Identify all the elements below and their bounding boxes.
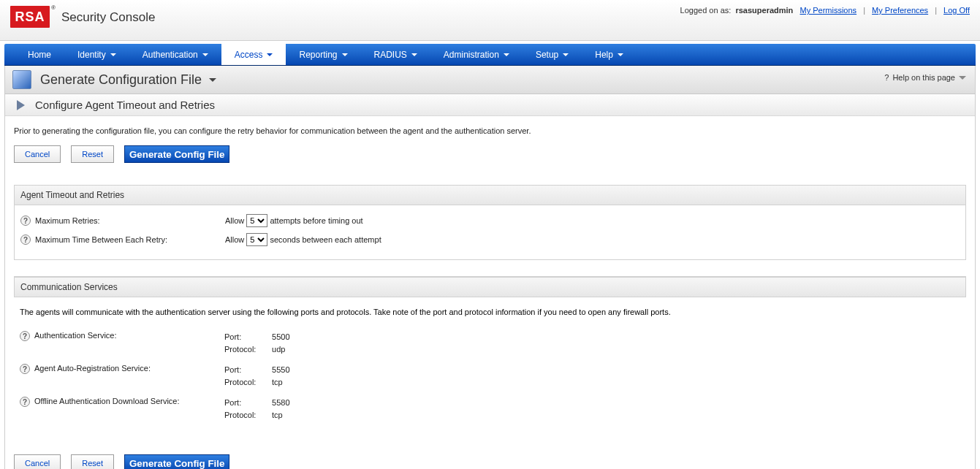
service-label: Offline Authentication Download Service: <box>34 397 224 405</box>
cancel-button[interactable]: Cancel <box>14 145 61 163</box>
service-label: Authentication Service: <box>34 331 224 340</box>
nav-item-administration[interactable]: Administration <box>430 44 523 65</box>
help-icon[interactable]: ? <box>20 397 30 407</box>
max-retries-value: Allow 5 attempts before timing out <box>225 214 363 227</box>
nav-item-radius[interactable]: RADIUS <box>361 44 430 65</box>
help-icon[interactable]: ? <box>20 216 31 226</box>
app-header: RSA ® Security Console Logged on as: rsa… <box>0 0 980 41</box>
service-value: Port: 5580Protocol: tcp <box>224 397 290 421</box>
help-icon[interactable]: ? <box>20 234 31 245</box>
service-row: ?Offline Authentication Download Service… <box>20 392 960 425</box>
max-retries-select[interactable]: 5 <box>246 214 267 227</box>
nav-item-label: Identity <box>77 50 106 60</box>
chevron-down-icon <box>202 53 208 56</box>
suffix-text: attempts before timing out <box>270 216 362 225</box>
chevron-down-icon <box>110 53 116 56</box>
logged-on-username: rsasuperadmin <box>735 6 793 15</box>
link-my-permissions[interactable]: My Permissions <box>799 6 856 15</box>
nav-item-access[interactable]: Access <box>221 44 286 65</box>
nav-item-label: Help <box>595 50 613 60</box>
max-retries-row: ? Maximum Retries: Allow 5 attempts befo… <box>20 211 960 230</box>
communication-intro: The agents will communicate with the aut… <box>20 308 960 316</box>
help-icon[interactable]: ? <box>20 331 30 341</box>
page-title-text: Generate Configuration File <box>40 72 202 88</box>
chevron-down-icon <box>504 53 509 56</box>
max-time-row: ? Maximum Time Between Each Retry: Allow… <box>20 230 960 249</box>
main-panel: Generate Configuration File ? Help on th… <box>4 66 976 469</box>
max-retries-label: Maximum Retries: <box>35 216 225 225</box>
link-my-preferences[interactable]: My Preferences <box>872 6 928 15</box>
chevron-down-icon <box>563 53 569 56</box>
nav-item-label: Setup <box>536 50 558 60</box>
nav-item-label: Administration <box>444 50 499 60</box>
help-icon: ? <box>884 73 889 82</box>
registered-mark: ® <box>51 4 56 11</box>
nav-item-label: RADIUS <box>374 50 407 60</box>
agent-timeout-section: Agent Timeout and Retries ? Maximum Retr… <box>14 185 966 260</box>
nav-item-home[interactable]: Home <box>15 44 64 65</box>
cancel-button[interactable]: Cancel <box>14 454 61 469</box>
communication-services-body: The agents will communicate with the aut… <box>14 297 966 435</box>
nav-item-setup[interactable]: Setup <box>523 44 582 65</box>
page-subtitle-bar: Configure Agent Timeout and Retries <box>5 94 975 116</box>
prefix-text: Allow <box>225 216 244 225</box>
reset-button[interactable]: Reset <box>71 145 114 163</box>
logo-badge: RSA <box>10 6 50 28</box>
agent-timeout-heading: Agent Timeout and Retries <box>15 186 965 205</box>
communication-services-section: Communication Services The agents will c… <box>14 276 966 435</box>
service-label: Agent Auto-Registration Service: <box>34 364 224 373</box>
help-on-this-page[interactable]: ? Help on this page <box>884 73 966 82</box>
button-row-bottom: Cancel Reset Generate Config File <box>14 454 966 469</box>
nav-item-label: Reporting <box>299 50 337 60</box>
max-time-select[interactable]: 5 <box>246 233 267 246</box>
reset-button[interactable]: Reset <box>71 454 114 469</box>
suffix-text: seconds between each attempt <box>270 235 381 244</box>
logged-on-prefix: Logged on as: <box>680 6 732 15</box>
nav-item-reporting[interactable]: Reporting <box>286 44 360 65</box>
chevron-down-icon <box>411 53 417 56</box>
chevron-down-icon <box>209 78 216 82</box>
nav-item-authentication[interactable]: Authentication <box>129 44 221 65</box>
max-time-value: Allow 5 seconds between each attempt <box>225 233 381 246</box>
separator: | <box>863 6 865 15</box>
separator: | <box>935 6 937 15</box>
product-title: Security Console <box>61 10 156 25</box>
communication-services-heading: Communication Services <box>14 277 966 297</box>
page-title[interactable]: Generate Configuration File <box>40 72 216 88</box>
page-subtitle: Configure Agent Timeout and Retries <box>35 99 215 111</box>
main-nav: HomeIdentityAuthenticationAccessReportin… <box>4 44 976 66</box>
header-user-area: Logged on as: rsasuperadmin My Permissio… <box>680 6 970 15</box>
service-value: Port: 5500Protocol: udp <box>224 331 290 355</box>
nav-item-label: Home <box>28 50 51 60</box>
agent-timeout-body: ? Maximum Retries: Allow 5 attempts befo… <box>15 205 965 259</box>
page-content: Prior to generating the configuration fi… <box>5 116 975 469</box>
service-row: ?Agent Auto-Registration Service:Port: 5… <box>20 359 960 392</box>
nav-item-label: Access <box>235 50 263 60</box>
intro-text: Prior to generating the configuration fi… <box>14 126 966 135</box>
chevron-down-icon <box>342 53 348 56</box>
service-row: ?Authentication Service:Port: 5500Protoc… <box>20 327 960 359</box>
link-log-off[interactable]: Log Off <box>943 6 970 15</box>
generate-config-file-button[interactable]: Generate Config File <box>124 145 229 163</box>
nav-item-help[interactable]: Help <box>582 44 637 65</box>
app-logo: RSA ® Security Console <box>10 6 155 28</box>
generate-config-file-button[interactable]: Generate Config File <box>124 454 229 469</box>
arrow-right-icon <box>17 100 25 110</box>
server-icon <box>12 70 31 89</box>
chevron-down-icon <box>959 76 966 80</box>
nav-item-label: Authentication <box>143 50 198 60</box>
page-title-bar: Generate Configuration File ? Help on th… <box>5 66 975 94</box>
service-value: Port: 5550Protocol: tcp <box>224 364 290 388</box>
help-text: Help on this page <box>892 73 955 82</box>
nav-item-identity[interactable]: Identity <box>64 44 129 65</box>
help-icon[interactable]: ? <box>20 364 30 374</box>
max-time-label: Maximum Time Between Each Retry: <box>35 235 225 244</box>
chevron-down-icon <box>618 53 623 56</box>
prefix-text: Allow <box>225 235 244 244</box>
button-row-top: Cancel Reset Generate Config File <box>14 145 966 163</box>
chevron-down-icon <box>267 53 273 56</box>
